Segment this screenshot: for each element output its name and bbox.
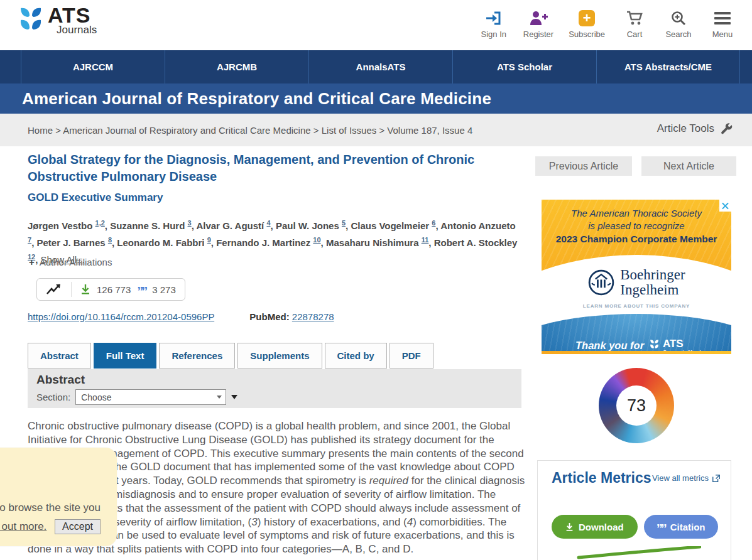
sign-in-button[interactable]: Sign In <box>479 9 508 39</box>
altmetric-badge[interactable]: 73 <box>599 368 674 443</box>
author-affiliation-ref[interactable]: 7 <box>28 236 31 244</box>
tab-pdf[interactable]: PDF <box>390 343 433 369</box>
article-tools-label: Article Tools <box>657 122 714 135</box>
author-affiliation-ref[interactable]: 9 <box>207 236 211 244</box>
author-affiliation-ref[interactable]: 8 <box>108 236 112 244</box>
nav-item-ajrccm[interactable]: AJRCCM <box>21 50 165 83</box>
subscribe-label: Subscribe <box>569 30 605 39</box>
cart-button[interactable]: Cart <box>620 9 649 39</box>
ats-lungs-icon <box>19 6 44 31</box>
cookie-find-out-more-link[interactable]: nd out more. <box>0 520 46 532</box>
citation-count: 3 273 <box>152 284 176 295</box>
ad-learn-more-link[interactable]: LEARN MORE ABOUT THIS COMPANY <box>542 303 731 309</box>
menu-label: Menu <box>712 30 733 39</box>
register-label: Register <box>523 30 553 39</box>
author-link[interactable]: Leonardo M. Fabbri 9 <box>117 237 210 248</box>
journal-banner: American Journal of Respiratory and Crit… <box>0 83 752 114</box>
author-affiliations-toggle[interactable]: +Author Affiliations <box>29 257 112 267</box>
download-icon <box>565 522 574 532</box>
section-label: Section: <box>36 392 70 402</box>
article-title: Global Strategy for the Diagnosis, Manag… <box>28 151 511 185</box>
section-select[interactable]: Choose <box>75 389 226 405</box>
abstract-emphasis: required <box>369 475 408 487</box>
tab-references[interactable]: References <box>159 343 235 369</box>
author-link[interactable]: Fernando J. Martinez 10 <box>216 237 320 248</box>
usage-metrics-chip[interactable]: 126 773 ”” 3 273 <box>36 278 185 301</box>
author-link[interactable]: Paul W. Jones 5 <box>276 220 346 231</box>
dropdown-caret-icon[interactable] <box>231 395 237 399</box>
download-count: 126 773 <box>97 284 131 295</box>
tab-abstract[interactable]: Abstract <box>28 343 91 369</box>
menu-icon <box>714 9 731 28</box>
ad-line1: The American Thoracic Society <box>542 207 731 220</box>
abstract-heading: Abstract <box>36 373 513 387</box>
external-link-icon <box>712 474 721 483</box>
download-metrics-button[interactable]: Download <box>552 515 638 539</box>
author-affiliation-ref[interactable]: 1,2 <box>95 219 105 227</box>
breadcrumb-bar: Home > American Journal of Respiratory a… <box>0 114 752 146</box>
article-tools-button[interactable]: Article Tools <box>657 122 733 136</box>
register-button[interactable]: Register <box>523 9 553 39</box>
subscribe-icon: + <box>579 9 595 28</box>
article-tabs: Abstract Full Text References Supplement… <box>28 343 433 369</box>
journal-title[interactable]: American Journal of Respiratory and Crit… <box>22 89 491 109</box>
article-metrics-card: Article Metrics View all metrics Downloa… <box>537 460 731 560</box>
abstract-text: ) history of exacerbations, and ( <box>258 516 407 528</box>
nav-item-ats-abstracts-cme[interactable]: ATS Abstracts/CME <box>596 50 740 83</box>
search-button[interactable]: Search <box>664 9 693 39</box>
search-icon <box>670 9 687 28</box>
pubmed-link[interactable]: 22878278 <box>292 311 334 322</box>
author-link[interactable]: Masaharu Nishimura 11 <box>326 237 428 248</box>
nav-item-ats-scholar[interactable]: ATS Scholar <box>452 50 596 83</box>
author-affiliation-ref[interactable]: 3 <box>188 219 192 227</box>
menu-button[interactable]: Menu <box>708 9 737 39</box>
subscribe-button[interactable]: + Subscribe <box>569 9 605 39</box>
next-article-button[interactable]: Next Article <box>641 156 736 176</box>
site-header: ATS Journals Sign In Register + Subscrib… <box>0 0 752 50</box>
nav-item-ajrcmb[interactable]: AJRCMB <box>165 50 308 83</box>
author-link[interactable]: Jørgen Vestbo 1,2 <box>28 220 105 231</box>
author-link[interactable]: Claus Vogelmeier 6 <box>351 220 435 231</box>
author-affiliation-ref[interactable]: 6 <box>432 219 435 227</box>
breadcrumb[interactable]: Home > American Journal of Respiratory a… <box>28 125 472 136</box>
wrench-icon <box>719 122 733 136</box>
brand-line2: Ingelheim <box>620 283 685 298</box>
ats-journals-logo[interactable]: ATS Journals <box>19 5 97 36</box>
author-link[interactable]: Peter J. Barnes 8 <box>36 237 112 248</box>
plus-icon: + <box>29 257 35 267</box>
author-affiliation-ref[interactable]: 4 <box>266 219 270 227</box>
tab-cited-by[interactable]: Cited by <box>325 343 387 369</box>
pubmed-label: PubMed: <box>249 311 289 322</box>
cart-label: Cart <box>627 30 643 39</box>
previous-article-button[interactable]: Previous Article <box>535 156 632 176</box>
trending-chart-icon <box>46 283 62 296</box>
author-link[interactable]: Suzanne S. Hurd 3 <box>110 220 191 231</box>
ad-close-icon[interactable] <box>719 200 731 212</box>
abstract-emphasis: 4 <box>407 516 413 528</box>
cookie-notice: o browse the site you nd out more. Accep… <box>0 448 117 546</box>
brand-line1: Boehringer <box>620 267 685 283</box>
nav-item-annalsats[interactable]: AnnalsATS <box>308 50 452 83</box>
abstract-emphasis: 3 <box>251 516 257 528</box>
author-affiliations-label: Author Affiliations <box>40 257 112 267</box>
logo-ats-text: ATS <box>48 5 97 25</box>
view-all-metrics-link[interactable]: View all metrics <box>652 473 721 483</box>
sign-in-icon <box>485 9 503 28</box>
tab-supplements[interactable]: Supplements <box>237 343 322 369</box>
abstract-text: ) severity of airflow limitation, ( <box>108 516 252 528</box>
sponsor-ad[interactable]: The American Thoracic Society is pleased… <box>542 200 731 354</box>
author-affiliation-ref[interactable]: 10 <box>313 236 320 244</box>
cookie-accept-button[interactable]: Accept <box>55 519 101 534</box>
ats-article-page: { "colors": { "nav_navy": "#1d3e70", "jo… <box>0 0 752 560</box>
header-actions: Sign In Register + Subscribe Cart Search <box>479 9 737 39</box>
citation-metrics-button[interactable]: ”” Citation <box>644 515 718 539</box>
author-link[interactable]: Alvar G. Agustí 4 <box>196 220 270 231</box>
tab-full-text[interactable]: Full Text <box>94 343 157 369</box>
altmetric-score: 73 <box>616 385 657 426</box>
author-affiliation-ref[interactable]: 5 <box>342 219 346 227</box>
article-metrics-heading: Article Metrics <box>552 469 651 487</box>
author-affiliation-ref[interactable]: 11 <box>422 236 429 244</box>
ad-line2: is pleased to recognize <box>542 220 731 232</box>
doi-link[interactable]: https://doi.org/10.1164/rccm.201204-0596… <box>28 311 214 322</box>
citation-count-icon: ”” <box>137 288 146 294</box>
